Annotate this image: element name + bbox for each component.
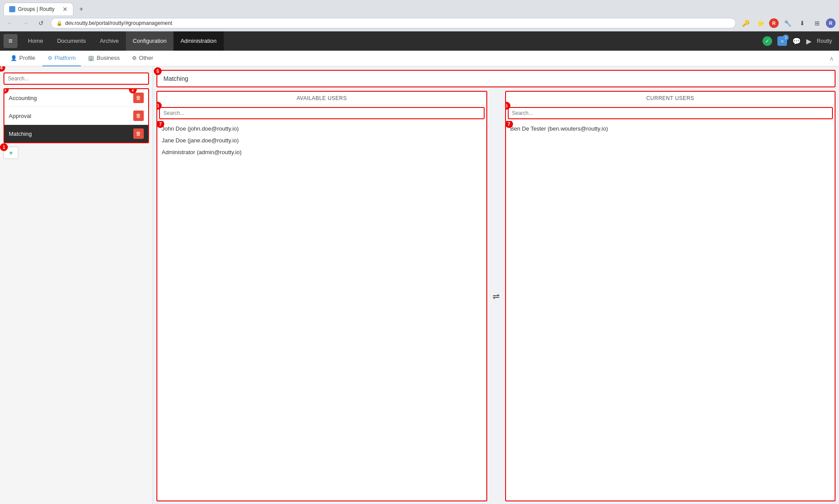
group-item-matching[interactable]: Matching 🗑 [4,125,148,142]
available-users-search[interactable] [159,107,485,119]
extensions-button[interactable]: 🔑 [739,17,752,29]
nav-configuration[interactable]: Configuration [126,31,173,51]
user-item-admin[interactable]: Administrator (admin@routty.io) [157,146,486,158]
app-container: ≡ Home Documents Archive Configuration A… [0,31,839,504]
browser-tab[interactable]: Groups | Routty ✕ [3,3,73,15]
user-item-jane[interactable]: Jane Doe (jane.doe@routty.io) [157,135,486,146]
annotation-4: 4 [0,66,5,72]
available-users-header: AVAILABLE USERS [157,92,486,105]
nav-configuration-label: Configuration [133,38,166,44]
search-container [3,72,149,85]
annotation-1: 1 [0,143,8,151]
available-users-list: 7 John Doe (john.doe@routty.io) Jane Doe… [157,121,486,501]
browser-actions: 🔑 ⭐ R 🔧 ⬇ ⊞ R [739,17,836,29]
sub-nav-profile[interactable]: 👤 Profile [5,51,41,66]
user-avatar[interactable]: R [826,18,836,28]
profile-icon: 👤 [10,55,17,61]
new-tab-button[interactable]: + [75,3,87,15]
layout-button[interactable]: ⊞ [811,17,823,29]
sub-nav-profile-label: Profile [19,55,35,61]
nav-logo[interactable]: ≡ [3,34,17,48]
status-check-icon: ✓ [763,36,772,46]
list-badge: 2 [783,35,789,41]
user-name-admin: Administrator (admin@routty.io) [162,149,242,155]
nav-right-actions: ✓ ≡ 2 💬 ▶ Routty [763,36,832,46]
delete-matching-button[interactable]: 🗑 [133,128,144,139]
nav-archive-label: Archive [100,38,118,44]
available-users-panel: AVAILABLE USERS 6 7 John Doe (john.doe@r… [156,91,487,501]
arrow-icon[interactable]: ▶ [806,37,811,45]
transfer-button[interactable]: ⇌ [492,291,500,301]
download-button[interactable]: ⬇ [796,17,808,29]
group-list: 3 2 Accounting 🗑 Approval 🗑 Matching 🗑 [3,88,149,143]
sub-nav-business-label: Business [97,55,120,61]
right-panel: 5 Matching AVAILABLE USERS 6 7 John Doe … [153,66,839,504]
group-search-input[interactable] [3,72,149,85]
address-text: dev.routty.be/portal/routty/#groupmanage… [65,20,172,26]
tab-bar: Groups | Routty ✕ + [0,0,839,15]
left-panel: 4 3 2 Accounting 🗑 Approval 🗑 [0,66,153,504]
current-users-list: 7 Ben De Tester (ben.wouters@routty.io) [506,121,835,501]
user-name-jane: Jane Doe (jane.doe@routty.io) [162,137,239,144]
platform-icon: ⚙ [48,55,52,61]
sub-nav-platform[interactable]: ⚙ Platform [42,51,81,66]
sub-navbar: 👤 Profile ⚙ Platform 🏢 Business ⚙ Other … [0,51,839,66]
business-icon: 🏢 [88,55,94,61]
users-section: AVAILABLE USERS 6 7 John Doe (john.doe@r… [156,91,836,501]
list-icon[interactable]: ≡ 2 [777,36,787,46]
sub-nav-other[interactable]: ⚙ Other [127,51,159,66]
tab-close-button[interactable]: ✕ [62,6,68,13]
group-name-accounting: Accounting [9,95,133,101]
tab-favicon [9,6,15,12]
sub-nav-platform-label: Platform [55,55,76,61]
annotation-7-current: 7 [506,121,513,128]
group-name-matching: Matching [9,131,133,137]
user-label[interactable]: Routty [817,38,832,44]
current-users-panel: CURRENT USERS 6 7 Ben De Tester (ben.wou… [505,91,836,501]
add-icon: + [9,149,13,156]
reload-button[interactable]: ↺ [35,17,47,29]
user-item-ben[interactable]: Ben De Tester (ben.wouters@routty.io) [506,123,835,135]
top-navbar: ≡ Home Documents Archive Configuration A… [0,31,839,51]
nav-home[interactable]: Home [21,31,50,51]
sub-nav-business[interactable]: 🏢 Business [83,51,125,66]
address-bar: ← → ↺ 🔒 dev.routty.be/portal/routty/#gro… [0,15,839,31]
current-users-header: CURRENT USERS [506,92,835,105]
user-item-john[interactable]: John Doe (john.doe@routty.io) [157,123,486,135]
back-button[interactable]: ← [3,17,16,29]
user-name-john: John Doe (john.doe@routty.io) [162,125,239,132]
forward-button[interactable]: → [19,17,31,29]
lock-icon: 🔒 [56,21,62,26]
bookmark-button[interactable]: ⭐ [754,17,766,29]
group-item-approval[interactable]: Approval 🗑 [4,107,148,125]
user-name-ben: Ben De Tester (ben.wouters@routty.io) [510,125,608,132]
profile-avatar[interactable]: R [769,18,779,28]
group-name-display: Matching [163,75,188,82]
nav-documents[interactable]: Documents [50,31,93,51]
address-input[interactable]: 🔒 dev.routty.be/portal/routty/#groupmana… [51,18,736,28]
group-item-accounting[interactable]: Accounting 🗑 [4,89,148,107]
group-name-field[interactable]: 5 Matching [156,70,836,87]
tab-title: Groups | Routty [18,6,55,12]
chat-icon[interactable]: 💬 [792,37,801,45]
browser-chrome: Groups | Routty ✕ + ← → ↺ 🔒 dev.routty.b… [0,0,839,31]
sub-nav-other-label: Other [139,55,153,61]
nav-archive[interactable]: Archive [93,31,125,51]
delete-approval-button[interactable]: 🗑 [133,110,144,121]
nav-administration-label: Administration [180,38,216,44]
delete-accounting-button[interactable]: 🗑 [133,93,144,103]
collapse-button[interactable]: ∧ [829,55,834,62]
annotation-5: 5 [154,67,162,75]
main-content: 4 3 2 Accounting 🗑 Approval 🗑 [0,66,839,504]
extensions2-button[interactable]: 🔧 [781,17,794,29]
nav-administration[interactable]: Administration [173,31,223,51]
group-name-approval: Approval [9,113,133,119]
nav-home-label: Home [28,38,43,44]
other-icon: ⚙ [132,55,137,61]
current-users-search[interactable] [508,107,833,119]
nav-documents-label: Documents [57,38,86,44]
